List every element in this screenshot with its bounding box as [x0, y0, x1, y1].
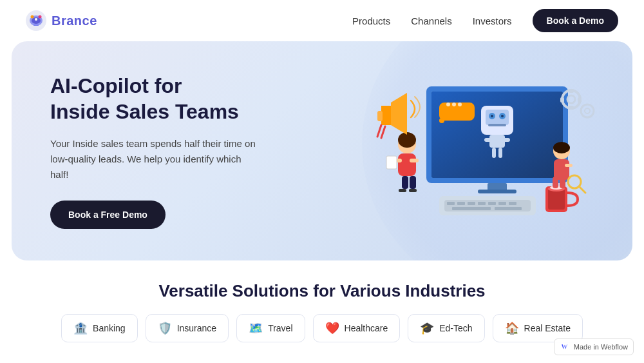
- svg-rect-31: [447, 202, 455, 205]
- svg-rect-49: [410, 176, 416, 189]
- svg-point-25: [452, 103, 456, 106]
- svg-rect-59: [560, 177, 565, 188]
- banking-label: Banking: [93, 323, 126, 333]
- svg-rect-39: [495, 207, 522, 210]
- svg-rect-65: [569, 89, 574, 93]
- svg-point-5: [31, 15, 34, 19]
- svg-rect-37: [509, 202, 516, 205]
- svg-point-23: [439, 118, 444, 123]
- industry-pill-healthcare[interactable]: ❤️ Healthcare: [313, 314, 401, 342]
- logo[interactable]: Brance: [26, 10, 97, 31]
- insurance-label: Insurance: [177, 323, 216, 333]
- svg-rect-58: [553, 177, 558, 188]
- edtech-label: Ed-Tech: [439, 323, 472, 333]
- book-demo-button[interactable]: Book a Demo: [533, 9, 618, 32]
- logo-icon: [26, 10, 46, 31]
- travel-label: Travel: [268, 323, 292, 333]
- svg-rect-21: [498, 148, 502, 158]
- svg-point-6: [39, 15, 42, 19]
- svg-rect-41: [548, 189, 565, 210]
- industry-pill-travel[interactable]: 🗺️ Travel: [236, 314, 305, 342]
- svg-rect-66: [569, 106, 574, 110]
- hero-content: AI-Copilot for Inside Sales Teams Your I…: [12, 47, 295, 255]
- nav-link-investors[interactable]: Investors: [473, 15, 512, 26]
- industries-title: Versatile Solutions for Various Industri…: [26, 281, 618, 301]
- bottom-section: Versatile Solutions for Various Industri…: [0, 260, 644, 353]
- svg-rect-50: [399, 189, 406, 192]
- webflow-badge-label: Made in Webflow: [574, 343, 628, 351]
- svg-rect-16: [488, 124, 506, 126]
- svg-point-14: [491, 115, 493, 117]
- svg-point-64: [567, 95, 575, 103]
- svg-line-61: [579, 186, 585, 193]
- brand-name: Brance: [52, 14, 97, 28]
- svg-rect-22: [439, 103, 475, 121]
- svg-rect-11: [486, 110, 509, 125]
- svg-rect-67: [560, 97, 564, 103]
- svg-point-70: [585, 108, 590, 113]
- hero-section: AI-Copilot for Inside Sales Teams Your I…: [12, 41, 632, 260]
- svg-rect-47: [410, 159, 419, 162]
- webflow-logo-icon: [560, 342, 570, 352]
- svg-rect-19: [502, 138, 510, 142]
- nav-link-channels[interactable]: Channels: [411, 15, 451, 26]
- svg-rect-57: [565, 164, 573, 167]
- svg-rect-18: [484, 138, 492, 142]
- svg-rect-28: [478, 190, 516, 193]
- svg-rect-48: [402, 176, 408, 189]
- svg-rect-54: [386, 156, 397, 169]
- svg-point-69: [581, 104, 594, 117]
- svg-rect-45: [398, 153, 416, 176]
- svg-rect-71: [377, 111, 383, 121]
- svg-rect-20: [492, 148, 496, 158]
- svg-point-62: [553, 142, 570, 153]
- nav-link-products[interactable]: Products: [352, 15, 390, 26]
- hero-subtitle: Your Inside sales team spends half their…: [50, 136, 256, 182]
- navbar: Brance Products Channels Investors Book …: [0, 0, 644, 41]
- svg-rect-34: [478, 202, 486, 205]
- svg-point-3: [35, 18, 37, 21]
- svg-rect-36: [498, 202, 506, 205]
- realestate-label: Real Estate: [524, 323, 571, 333]
- hero-illustration-svg: [349, 54, 607, 248]
- svg-rect-68: [578, 97, 582, 103]
- industry-pill-edtech[interactable]: 🎓 Ed-Tech: [408, 314, 484, 342]
- svg-rect-51: [409, 189, 417, 192]
- svg-point-26: [458, 103, 462, 106]
- hero-title: AI-Copilot for Inside Sales Teams: [50, 73, 256, 124]
- hero-illustration: [349, 54, 607, 248]
- banking-icon: 🏦: [73, 321, 88, 335]
- hero-cta-button[interactable]: Book a Free Demo: [50, 201, 166, 229]
- healthcare-label: Healthcare: [345, 323, 388, 333]
- realestate-icon: 🏠: [505, 321, 519, 335]
- webflow-badge: Made in Webflow: [554, 338, 634, 355]
- svg-rect-35: [488, 202, 496, 205]
- svg-rect-17: [489, 135, 505, 148]
- svg-rect-38: [452, 207, 491, 210]
- svg-rect-33: [468, 202, 475, 205]
- healthcare-icon: ❤️: [325, 321, 339, 335]
- travel-icon: 🗺️: [249, 321, 263, 335]
- edtech-icon: 🎓: [420, 321, 434, 335]
- svg-point-24: [446, 103, 450, 106]
- svg-rect-4: [33, 25, 39, 26]
- industry-pills: 🏦 Banking 🛡️ Insurance 🗺️ Travel ❤️ Heal…: [26, 314, 618, 342]
- svg-rect-32: [457, 202, 465, 205]
- industry-pill-insurance[interactable]: 🛡️ Insurance: [146, 314, 229, 342]
- industry-pill-banking[interactable]: 🏦 Banking: [61, 314, 138, 342]
- insurance-icon: 🛡️: [158, 321, 172, 335]
- nav-links: Products Channels Investors Book a Demo: [352, 9, 618, 32]
- svg-point-15: [501, 115, 504, 117]
